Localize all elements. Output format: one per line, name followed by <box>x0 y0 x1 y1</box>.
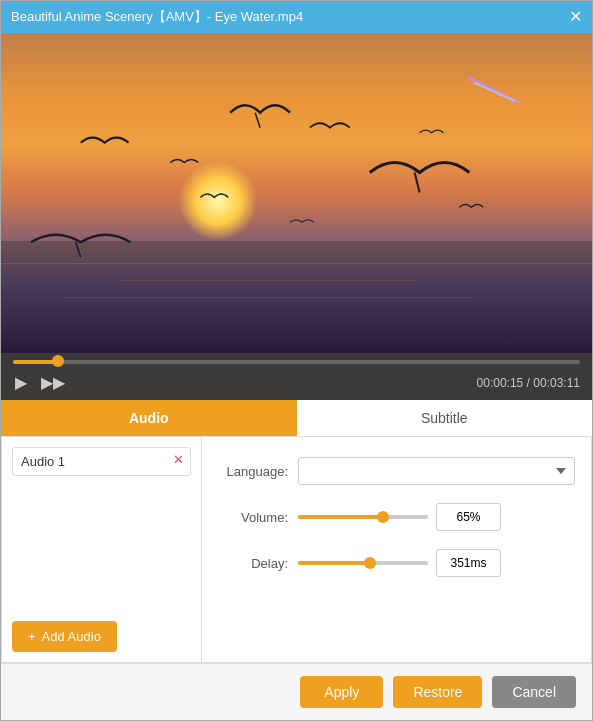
controls-row: ▶ ▶▶ 00:00:15 / 00:03:11 <box>13 371 580 394</box>
bottom-bar: Apply Restore Cancel <box>1 663 592 720</box>
volume-row: Volume: <box>218 503 575 531</box>
volume-label: Volume: <box>218 510 288 525</box>
delay-row: Delay: <box>218 549 575 577</box>
audio-item: Audio 1 ✕ <box>12 447 191 476</box>
volume-slider[interactable] <box>298 515 428 519</box>
time-display: 00:00:15 / 00:03:11 <box>477 376 580 390</box>
delay-slider-fill <box>298 561 370 565</box>
time-current: 00:00:15 <box>477 376 524 390</box>
delay-slider-thumb[interactable] <box>364 557 376 569</box>
tab-audio[interactable]: Audio <box>1 400 297 436</box>
play-button[interactable]: ▶ <box>13 371 29 394</box>
tab-content: Audio 1 ✕ + Add Audio Language: <box>1 437 592 663</box>
close-button[interactable]: ✕ <box>569 9 582 25</box>
seek-bar[interactable] <box>13 359 580 365</box>
delay-slider[interactable] <box>298 561 428 565</box>
language-select[interactable] <box>298 457 575 485</box>
svg-line-1 <box>474 83 514 101</box>
audio-item-close-button[interactable]: ✕ <box>173 452 184 467</box>
volume-spinbox[interactable] <box>436 503 501 531</box>
time-total: 00:03:11 <box>533 376 580 390</box>
seek-bar-track <box>13 360 580 364</box>
delay-label: Delay: <box>218 556 288 571</box>
settings-area: Audio Subtitle Audio 1 ✕ + Add Audio <box>1 400 592 663</box>
language-row: Language: <box>218 457 575 485</box>
cancel-button[interactable]: Cancel <box>492 676 576 708</box>
volume-slider-thumb[interactable] <box>377 511 389 523</box>
birds-layer <box>1 33 592 352</box>
delay-control <box>298 549 575 577</box>
window-title: Beautiful Anime Scenery【AMV】- Eye Water.… <box>11 8 303 26</box>
seek-bar-thumb[interactable] <box>52 355 64 367</box>
add-audio-button[interactable]: + Add Audio <box>12 621 117 652</box>
language-control <box>298 457 575 485</box>
delay-spinbox[interactable] <box>436 549 501 577</box>
tabs-row: Audio Subtitle <box>1 400 592 437</box>
title-bar: Beautiful Anime Scenery【AMV】- Eye Water.… <box>1 1 592 33</box>
controls-left: ▶ ▶▶ <box>13 371 67 394</box>
audio-list-panel: Audio 1 ✕ + Add Audio <box>2 437 202 662</box>
add-audio-label: Add Audio <box>42 629 101 644</box>
video-area <box>1 33 592 353</box>
volume-slider-fill <box>298 515 383 519</box>
audio-settings-panel: Language: Volume: <box>202 437 591 662</box>
restore-button[interactable]: Restore <box>393 676 482 708</box>
language-label: Language: <box>218 464 288 479</box>
plus-icon: + <box>28 629 36 644</box>
volume-control <box>298 503 575 531</box>
audio-item-label: Audio 1 <box>21 454 65 469</box>
apply-button[interactable]: Apply <box>300 676 383 708</box>
main-window: Beautiful Anime Scenery【AMV】- Eye Water.… <box>0 0 593 721</box>
player-controls: ▶ ▶▶ 00:00:15 / 00:03:11 <box>1 353 592 400</box>
tab-subtitle[interactable]: Subtitle <box>297 400 593 436</box>
fast-forward-button[interactable]: ▶▶ <box>39 371 67 394</box>
video-thumbnail <box>1 33 592 353</box>
